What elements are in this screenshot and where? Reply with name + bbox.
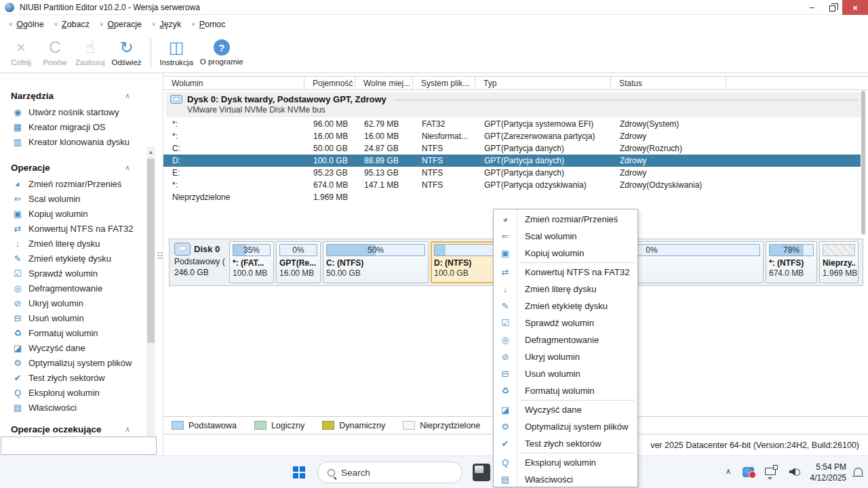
sidebar-item-boot-media[interactable]: ◉Utwórz nośnik startowy <box>11 104 157 119</box>
taskbar-search[interactable] <box>317 462 462 483</box>
sidebar-item-copy[interactable]: ▣Kopiuj wolumin <box>11 206 157 221</box>
sidebar-item-label[interactable]: ✎Zmień etykietę dysku <box>11 251 157 266</box>
notification-bell-icon[interactable] <box>854 468 863 475</box>
sidebar-item-explore[interactable]: QEksploruj wolumin <box>11 385 157 400</box>
table-scrollbar[interactable] <box>861 91 865 235</box>
close-button[interactable]: × <box>842 0 868 15</box>
context-menu-item-bad-sectors[interactable]: ✔Test złych sektorów <box>494 435 637 452</box>
context-menu-item-explore[interactable]: QEksploruj wolumin <box>494 454 637 471</box>
cell-free: 95.13 GB <box>355 168 413 178</box>
cell-volume: C: <box>163 144 304 153</box>
scrollbar-thumb[interactable] <box>147 159 155 343</box>
refresh-icon: ↻ <box>119 39 133 58</box>
taskbar-app-icon[interactable] <box>473 464 490 481</box>
sidebar-item-convert[interactable]: ⇄Konwertuj NTFS na FAT32 <box>11 221 157 236</box>
about-button[interactable]: ? O programie <box>197 35 247 71</box>
sidebar-item-disk-clone[interactable]: ▥Kreator klonowania dysku <box>11 134 157 149</box>
undo-button[interactable]: × Cofnij <box>4 35 38 71</box>
col-pojemnosc[interactable]: Pojemność <box>304 77 355 91</box>
diskmap-partition-efi[interactable]: 35% *: (FAT... 100.0 MB <box>229 241 274 283</box>
splitter-handle[interactable] <box>158 252 162 259</box>
cell-type: GPT(Partycja systemowa EFI) <box>475 119 611 129</box>
minimize-button[interactable]: – <box>802 0 822 15</box>
context-menu-item-properties[interactable]: ▤Właściwości <box>494 471 637 488</box>
table-row[interactable]: Nieprzydzielone1.969 MB <box>163 191 861 203</box>
col-system-plikow[interactable]: System plik... <box>413 77 475 91</box>
speaker-icon[interactable] <box>789 468 795 476</box>
scroll-up-icon[interactable]: ▲ <box>146 148 155 157</box>
sidebar-item-format[interactable]: ♻Formatuj wolumin <box>11 325 157 340</box>
section-operations[interactable]: Operacje ∧ <box>11 159 157 176</box>
col-wolne[interactable]: Wolne miej... <box>355 77 413 91</box>
table-row[interactable]: C:50.00 GB24.87 GBNTFSGPT(Partycja danyc… <box>163 142 861 155</box>
diskmap-partition-recovery[interactable]: 78% *: (NTFS) 674.0 MB <box>766 241 817 283</box>
diskmap-partition-reserved[interactable]: 0% GPT(Re... 16.00 MB <box>276 241 321 283</box>
cell-fs: NTFS <box>413 180 475 190</box>
table-row[interactable]: *:674.0 MB147.1 MBNTFSGPT(Partycja odzys… <box>163 179 861 191</box>
menu-zobacz[interactable]: ∨Zobacz <box>51 17 96 32</box>
disk-info-block[interactable]: Disk 0 Podstawowy ( 246.0 GB <box>172 241 227 283</box>
cell-capacity: 96.00 MB <box>304 119 355 129</box>
sidebar-item-os-migration[interactable]: ▦Kreator migracji OS <box>11 119 157 134</box>
context-menu-item-format[interactable]: ♻Formatuj wolumin <box>494 382 637 399</box>
context-menu-item-hide[interactable]: ⊘Ukryj wolumin <box>494 348 637 365</box>
context-menu-item-check[interactable]: ☑Sprawdź wolumin <box>494 314 637 331</box>
sidebar-item-bad-sectors[interactable]: ✔Test złych sektorów <box>11 370 157 385</box>
tray-niubi-icon[interactable] <box>743 467 754 477</box>
menu-pomoc[interactable]: ∨Pomoc <box>188 17 232 32</box>
sidebar-item-resize[interactable]: ◕Zmień rozmiar/Przenieś <box>11 176 157 191</box>
menu-ogolne[interactable]: ∨Ogólne <box>5 17 51 32</box>
col-wolumin[interactable]: Wolumin <box>163 77 304 91</box>
sidebar-item-check[interactable]: ☑Sprawdź wolumin <box>11 266 157 281</box>
sidebar-item-merge[interactable]: ⇐Scal wolumin <box>11 191 157 206</box>
section-tools[interactable]: Narzędzia ∧ <box>11 87 157 104</box>
sidebar-item-hide[interactable]: ⊘Ukryj wolumin <box>11 296 157 310</box>
context-menu-item-delete[interactable]: ⊟Usuń wolumin <box>494 365 637 382</box>
menu-operacje[interactable]: ∨Operacje <box>96 17 149 32</box>
search-input[interactable] <box>341 468 436 478</box>
context-menu-item-wipe[interactable]: ◪Wyczyść dane <box>494 401 637 418</box>
sidebar-scrollbar[interactable]: ▲ ▼ <box>146 146 155 455</box>
context-menu-item-resize[interactable]: ◕Zmień rozmiar/Przenieś <box>494 211 637 228</box>
table-row[interactable]: *:96.00 MB62.79 MBFAT32GPT(Partycja syst… <box>163 118 861 130</box>
sidebar-item-optimize[interactable]: ⚙Optymalizuj system plików <box>11 355 157 370</box>
col-typ[interactable]: Typ <box>475 77 611 91</box>
sidebar-item-wipe[interactable]: ◪Wyczyść dane <box>11 340 157 355</box>
chevron-down-icon: ∨ <box>99 21 104 27</box>
usage-bar: 78% <box>769 244 814 256</box>
sidebar-item-drive-letter[interactable]: ↓Zmień literę dysku <box>11 236 157 251</box>
refresh-button[interactable]: ↻ Odśwież <box>108 35 144 71</box>
network-icon[interactable] <box>765 468 776 475</box>
cell-status: Zdrowy <box>611 168 726 178</box>
convert-icon: ⇄ <box>494 267 517 277</box>
tray-chevron-up-icon[interactable]: ∧ <box>726 467 731 476</box>
apply-button[interactable]: ☝ Zastosuj <box>72 35 108 71</box>
diskmap-partition-unallocated[interactable]: Nieprzy... 1.969 MB <box>819 241 859 283</box>
disk-group-row[interactable]: Dysk 0: Dysk twardy, Podstawowy GPT, Zdr… <box>166 92 863 117</box>
manual-button[interactable]: ◫ Instrukcja <box>157 35 197 71</box>
sidebar-item-delete[interactable]: ⊟Usuń wolumin <box>11 310 157 325</box>
context-menu-item-convert[interactable]: ⇄Konwertuj NTFS na FAT32 <box>494 264 637 281</box>
restore-button[interactable] <box>822 0 842 15</box>
table-row[interactable]: *:16.00 MB16.00 MBNiesformat...GPT(Zarez… <box>163 130 861 142</box>
context-menu-item-merge[interactable]: ⇐Scal wolumin <box>494 228 637 245</box>
context-menu-item-drive-letter[interactable]: ↓Zmień literę dysku <box>494 281 637 298</box>
context-menu-item-defrag[interactable]: ◎Defragmentowanie <box>494 331 637 348</box>
sidebar-item-properties[interactable]: ▤Właściwości <box>11 400 157 415</box>
sidebar-item-defrag[interactable]: ◎Defragmentowanie <box>11 281 157 296</box>
diskmap-partition-c[interactable]: 50% C: (NTFS) 50.00 GB <box>323 241 429 283</box>
context-menu-item-optimize[interactable]: ⚙Optymalizuj system plików <box>494 418 637 435</box>
menu-jezyk[interactable]: ∨Język <box>149 17 188 32</box>
tray-time: 5:54 PM <box>810 462 846 472</box>
tray-clock[interactable]: 5:54 PM 4/12/2025 <box>810 462 846 483</box>
start-button[interactable] <box>293 466 306 479</box>
table-row-selected[interactable]: D:100.0 GB88.89 GBNTFSGPT(Partycja danyc… <box>163 155 861 167</box>
cell-status: Zdrowy(System) <box>611 119 726 129</box>
section-pending-operations[interactable]: Operacje oczekujące ∧ <box>11 420 157 438</box>
cell-status: Zdrowy(Odzyskiwania) <box>611 180 726 190</box>
context-menu-item-label[interactable]: ✎Zmień etykietę dysku <box>494 298 637 314</box>
col-status[interactable]: Status <box>611 77 726 91</box>
redo-button[interactable]: C Ponów <box>38 35 72 71</box>
context-menu-item-copy[interactable]: ▣Kopiuj wolumin <box>494 245 637 262</box>
table-row[interactable]: E:95.23 GB95.13 GBNTFSGPT(Partycja danyc… <box>163 167 861 179</box>
